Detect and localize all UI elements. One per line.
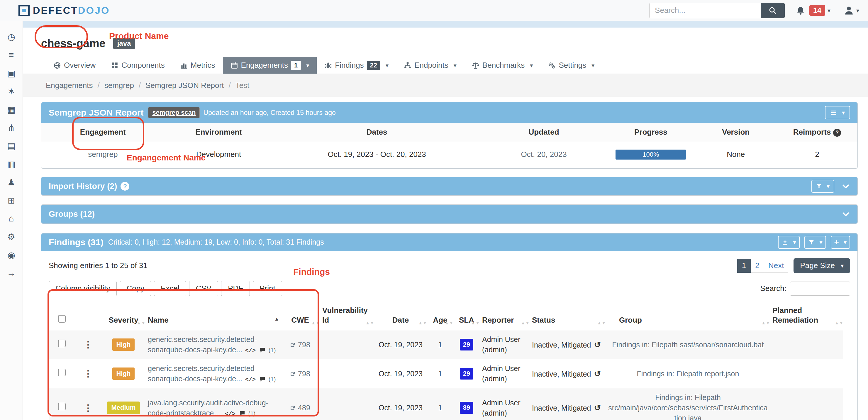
bug-icon[interactable]: ✶ [0,82,23,100]
logo-icon [18,5,30,17]
chart-icon[interactable]: ▥ [0,155,23,173]
notification-count-badge[interactable]: 14 [809,5,825,16]
select-all-header[interactable] [49,303,75,330]
planned-remediation-header[interactable]: Planned Remediation▲▼ [770,303,843,330]
group-header[interactable]: Group▲▼ [606,303,770,330]
finding-name-link[interactable]: generic.secrets.security.detected-sonarq… [148,335,257,354]
status-header[interactable]: Status▲▼ [530,303,606,330]
findings-filter-button[interactable]: ▾ [804,236,826,249]
grid-icon[interactable]: ▦ [0,100,23,119]
cwe-link[interactable]: 798 [290,369,310,378]
group-link[interactable]: Findings in: Filepath src/main/java/core… [608,393,767,420]
table-search-input[interactable] [790,281,850,296]
group-link[interactable]: Findings in: Filepath sast/sonar/sonarcl… [612,340,764,349]
gear-icon[interactable]: ⚙ [0,228,23,246]
findings-add-button[interactable]: + ▾ [831,236,850,249]
severity-header[interactable]: Severity▲▼ [101,303,146,330]
list-icon[interactable]: ≡ [0,46,23,64]
column-visibility-button[interactable]: Column visibility [49,281,117,296]
support-icon[interactable]: ◉ [0,246,23,264]
history-icon[interactable]: ↺ [594,369,601,378]
date-header[interactable]: Date▲▼ [374,303,427,330]
findings-download-button[interactable]: ▾ [778,236,800,249]
age-header[interactable]: Age▲▼ [427,303,453,330]
test-panel-header: Semgrep JSON Report semgrep scan Updated… [41,102,858,123]
engagements-count-badge: 1 [291,61,301,70]
signout-icon[interactable]: → [0,264,23,282]
groups-collapse-icon[interactable] [841,210,850,218]
reimports-help-icon[interactable]: ? [833,129,841,137]
print-button[interactable]: Print [253,281,282,296]
scan-type-badge[interactable]: semgrep scan [148,107,200,118]
tab-engagements[interactable]: Engagements 1 ▾ [223,57,317,73]
tab-benchmarks[interactable]: Benchmarks ▾ [464,57,541,73]
bell-icon [796,6,805,15]
row-actions-menu[interactable]: ⋮ [84,340,93,349]
breadcrumb-semgrep[interactable]: semgrep [104,81,134,90]
notifications-bell[interactable] [796,6,805,15]
global-search-input[interactable] [649,3,761,18]
row-checkbox[interactable] [58,340,66,347]
defectdojo-page: DEFECTDOJO 14 ▾ [0,0,868,420]
next-page-button[interactable]: Next [764,259,788,273]
cwe-link[interactable]: 489 [290,403,310,412]
cwe-link[interactable]: 798 [290,340,310,349]
reporter-header[interactable]: Reporter▲▼ [480,303,530,330]
tab-findings[interactable]: Findings 22 ▾ [317,57,396,73]
col-progress: Progress [607,123,695,142]
history-icon[interactable]: ↺ [594,403,601,412]
tab-overview[interactable]: Overview [46,57,103,73]
sla-header[interactable]: SLA▲▼ [453,303,480,330]
row-checkbox[interactable] [58,403,66,410]
user-icon[interactable]: ♟ [0,173,23,191]
search-button[interactable] [761,3,785,18]
row-actions-menu[interactable]: ⋮ [84,369,93,378]
cwe-header[interactable]: CWE▲▼ [280,303,320,330]
building-icon[interactable]: ⌂ [0,209,23,228]
tab-metrics[interactable]: Metrics [173,57,223,73]
calendar-icon[interactable]: ⊞ [0,191,23,209]
user-menu[interactable]: ▾ [844,6,859,16]
page-2-button[interactable]: 2 [751,259,764,273]
table-search-label: Search: [760,284,786,293]
test-menu-button[interactable]: ▾ [825,106,850,119]
col-version: Version [695,123,777,142]
tab-settings[interactable]: Settings ▾ [540,57,602,73]
vuln-id-header[interactable]: Vulnerability Id▲▼ [320,303,374,330]
select-all-checkbox[interactable] [58,315,66,323]
pdf-button[interactable]: PDF [221,281,250,296]
page-1-button[interactable]: 1 [737,259,751,273]
groups-header[interactable]: Groups (12) [41,205,858,223]
breadcrumb-report[interactable]: Semgrep JSON Report [146,81,224,90]
excel-button[interactable]: Excel [154,281,186,296]
import-history-filter-button[interactable]: ▾ [811,180,834,193]
tab-endpoints[interactable]: Endpoints ▾ [396,57,464,73]
import-history-header[interactable]: Import History (2) ? ▾ [41,177,858,195]
name-header[interactable]: Name▲ [146,303,280,330]
row-actions-menu[interactable]: ⋮ [84,403,93,413]
calendar-icon [230,62,238,69]
pagination: 1 2 Next Page Size ▾ [737,258,850,273]
finding-name-link[interactable]: generic.secrets.security.detected-sonarq… [148,364,257,383]
notifications-caret-icon: ▾ [828,7,831,14]
import-history-help-icon[interactable]: ? [121,182,129,191]
inbox-icon[interactable]: ▣ [0,64,23,82]
findings-panel: Findings (31) Critical: 0, High: 12, Med… [41,233,858,420]
product-tabs: Overview Components Metrics [23,57,868,74]
sitemap-icon[interactable]: ⋔ [0,119,23,137]
history-icon[interactable]: ↺ [594,340,601,349]
row-checkbox[interactable] [58,369,66,376]
tab-components[interactable]: Components [103,57,172,73]
dashboard-icon[interactable]: ◷ [0,28,23,46]
csv-button[interactable]: CSV [189,281,218,296]
updated-link[interactable]: Oct. 20, 2023 [521,150,567,159]
engagement-link[interactable]: semgrep [88,150,118,159]
version-value: None [695,142,777,168]
group-link[interactable]: Findings in: Filepath report.json [637,369,739,378]
page-size-button[interactable]: Page Size ▾ [794,258,850,273]
import-history-collapse-icon[interactable] [841,182,850,191]
defectdojo-logo[interactable]: DEFECTDOJO [18,5,110,17]
file-icon[interactable]: ▤ [0,137,23,155]
breadcrumb-engagements[interactable]: Engagements [46,81,93,90]
copy-button[interactable]: Copy [120,281,151,296]
